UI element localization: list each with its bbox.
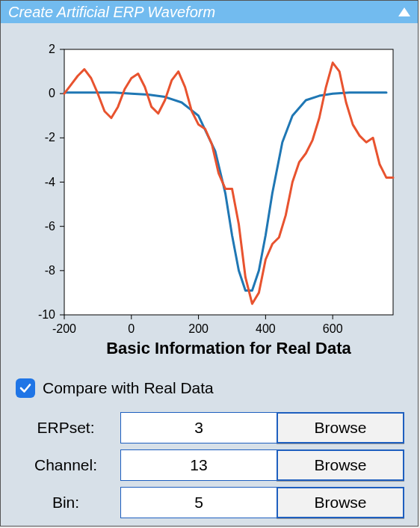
bin-browse-button[interactable]: Browse	[277, 487, 404, 518]
channel-browse-button[interactable]: Browse	[277, 449, 404, 481]
channel-value[interactable]: 13	[120, 449, 277, 481]
svg-text:-10: -10	[38, 308, 55, 321]
bin-value[interactable]: 5	[120, 487, 277, 518]
svg-text:-6: -6	[45, 220, 55, 233]
bin-label: Bin:	[16, 494, 120, 512]
panel-title: Create Artificial ERP Waveform	[8, 1, 215, 23]
svg-text:Basic Information for Real Dat: Basic Information for Real Data	[106, 339, 351, 357]
svg-text:-2: -2	[45, 131, 55, 144]
erpset-browse-button[interactable]: Browse	[277, 412, 404, 443]
erpset-label: ERPset:	[16, 419, 120, 437]
svg-text:0: 0	[49, 87, 55, 99]
compare-label: Compare with Real Data	[43, 379, 214, 397]
svg-text:600: 600	[323, 322, 343, 335]
form-grid: ERPset: 3 Browse Channel: 13 Browse Bin:…	[16, 411, 404, 520]
channel-label: Channel:	[16, 456, 120, 474]
panel-titlebar[interactable]: Create Artificial ERP Waveform	[1, 1, 418, 23]
erpset-value[interactable]: 3	[120, 412, 277, 443]
erp-plot: -2000200400600-10-8-6-4-202Basic Informa…	[19, 38, 401, 367]
svg-text:-200: -200	[52, 322, 76, 335]
erp-panel: Create Artificial ERP Waveform -20002004…	[0, 0, 419, 527]
compare-checkbox[interactable]	[16, 378, 35, 398]
svg-text:-8: -8	[45, 264, 55, 277]
collapse-icon[interactable]	[398, 7, 410, 16]
svg-text:2: 2	[49, 43, 55, 55]
svg-text:200: 200	[188, 322, 209, 335]
svg-text:400: 400	[256, 322, 276, 335]
svg-text:0: 0	[128, 322, 135, 335]
svg-text:-4: -4	[45, 176, 55, 188]
